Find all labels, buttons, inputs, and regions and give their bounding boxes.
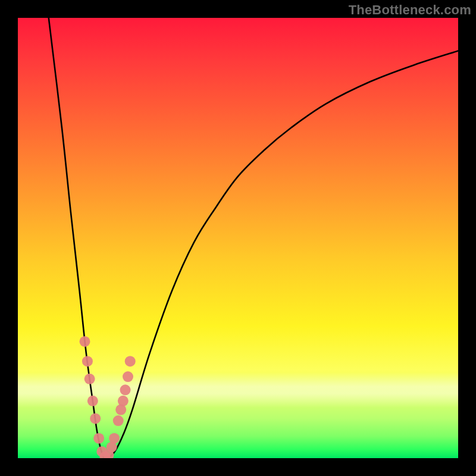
marker-point (87, 396, 98, 406)
marker-point (90, 413, 101, 424)
marker-point (120, 384, 131, 395)
marker-point (125, 356, 136, 367)
watermark-text: TheBottleneck.com (349, 2, 471, 18)
plot-area (18, 18, 458, 458)
marker-point (123, 371, 133, 382)
marker-point (118, 396, 129, 406)
bottleneck-curve (49, 18, 458, 458)
marker-point (109, 433, 120, 444)
chart-frame: TheBottleneck.com (0, 0, 476, 476)
marker-point (79, 336, 90, 347)
marker-point (93, 433, 104, 444)
marker-point (113, 415, 124, 426)
curve-layer (18, 18, 458, 458)
marker-point (82, 356, 93, 367)
marker-cluster (79, 336, 135, 458)
marker-point (84, 374, 95, 384)
